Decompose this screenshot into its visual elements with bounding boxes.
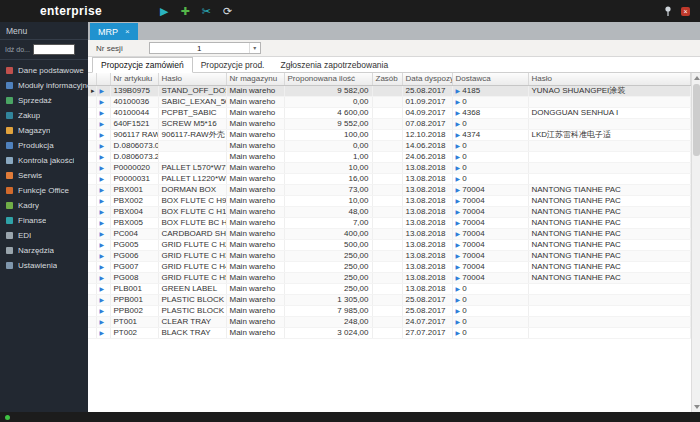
table-row[interactable]: ▶PBX002BOX FLUTE C H90*L372*WMain wareho… [88, 195, 690, 206]
supplier-link-icon[interactable]: ▶ [456, 154, 461, 160]
supplier-link-icon[interactable]: ▶ [456, 264, 461, 270]
sidebar-item-kadry[interactable]: Kadry [0, 198, 88, 213]
run-icon[interactable]: ▶ [160, 6, 168, 17]
expand-icon[interactable]: ▶ [100, 99, 105, 105]
supplier-link-icon[interactable]: ▶ [456, 253, 461, 259]
supplier-link-icon[interactable]: ▶ [456, 110, 461, 116]
table-row[interactable]: ▸▶139B0975STAND_OFF_DOSAGEMain wareho9 5… [88, 85, 690, 96]
expand-icon[interactable]: ▶ [100, 176, 105, 182]
table-row[interactable]: ▶PPB002PLASTIC BLOCK 2Main wareho7 985,0… [88, 305, 690, 316]
expand-icon[interactable]: ▶ [100, 319, 105, 325]
sidebar-item-moduly-informacyjne[interactable]: Moduły informacyjne [0, 78, 88, 93]
table-row[interactable]: ▶PT002BLACK TRAYMain wareho3 024,0027.07… [88, 327, 690, 338]
sidebar-item-narzedzia[interactable]: Narzędzia [0, 243, 88, 258]
column-header-6[interactable]: Zasób [372, 73, 402, 85]
table-row[interactable]: ▶PBX004BOX FLUTE C H190*L372*WMain wareh… [88, 206, 690, 217]
cut-icon[interactable]: ✂ [202, 6, 211, 17]
supplier-link-icon[interactable]: ▶ [456, 132, 461, 138]
sidebar-item-funkcje-office[interactable]: Funkcje Office [0, 183, 88, 198]
table-row[interactable]: ▶PPB001PLASTIC BLOCK 1Main wareho1 305,0… [88, 294, 690, 305]
column-header-9[interactable]: Hasło [528, 73, 690, 85]
column-header-5[interactable]: Proponowana ilość [284, 73, 372, 85]
sidebar-item-edi[interactable]: EDI [0, 228, 88, 243]
table-row[interactable]: ▶40100036SABIC_LEXAN_500R GY6E4Main ware… [88, 96, 690, 107]
table-row[interactable]: ▶PG007GRID FLUTE C H490*L780Main wareho2… [88, 261, 690, 272]
expand-icon[interactable]: ▶ [100, 242, 105, 248]
expand-icon[interactable]: ▶ [100, 264, 105, 270]
supplier-link-icon[interactable]: ▶ [456, 242, 461, 248]
expand-icon[interactable]: ▶ [100, 253, 105, 259]
tab-close-icon[interactable]: × [125, 27, 130, 36]
close-icon[interactable]: × [681, 7, 690, 16]
table-row[interactable]: ▶PT001CLEAR TRAYMain wareho248,0024.07.2… [88, 316, 690, 327]
supplier-link-icon[interactable]: ▶ [456, 143, 461, 149]
scrollbar-thumb[interactable] [693, 84, 700, 156]
expand-icon[interactable]: ▶ [100, 143, 105, 149]
tab-mrp[interactable]: MRP × [90, 23, 138, 40]
sidebar-item-produkcja[interactable]: Produkcja [0, 138, 88, 153]
table-row[interactable]: ▶906117 RAW906117-RAW外壳Main wareho100,00… [88, 129, 690, 140]
expand-icon[interactable]: ▶ [100, 330, 105, 336]
expand-icon[interactable]: ▶ [100, 209, 105, 215]
sidebar-item-zakup[interactable]: Zakup [0, 108, 88, 123]
scroll-down-icon[interactable] [692, 402, 700, 412]
sidebar-item-sprzedaz[interactable]: Sprzedaż [0, 93, 88, 108]
supplier-link-icon[interactable]: ▶ [456, 99, 461, 105]
scroll-up-icon[interactable] [692, 73, 700, 83]
expand-icon[interactable]: ▶ [100, 231, 105, 237]
expand-icon[interactable]: ▶ [100, 88, 105, 94]
column-header-3[interactable]: Hasło [158, 73, 226, 85]
column-header-0[interactable] [88, 73, 96, 85]
supplier-link-icon[interactable]: ▶ [456, 297, 461, 303]
table-row[interactable]: ▶PG006GRID FLUTE C H390*L780Main wareho2… [88, 250, 690, 261]
table-row[interactable]: ▶P0000031PALLET L1220*W1070*H154Main war… [88, 173, 690, 184]
expand-icon[interactable]: ▶ [100, 110, 105, 116]
table-row[interactable]: ▶PBX001DORMAN BOXMain wareho73,0013.08.2… [88, 184, 690, 195]
expand-icon[interactable]: ▶ [100, 286, 105, 292]
supplier-link-icon[interactable]: ▶ [456, 275, 461, 281]
expand-icon[interactable]: ▶ [100, 154, 105, 160]
supplier-link-icon[interactable]: ▶ [456, 198, 461, 204]
table-row[interactable]: ▶PBX005BOX FLUTE BC H620*L500*Main wareh… [88, 217, 690, 228]
supplier-link-icon[interactable]: ▶ [456, 121, 461, 127]
supplier-link-icon[interactable]: ▶ [456, 231, 461, 237]
table-row[interactable]: ▶640F1521SCREW M5*16Main wareho9 552,000… [88, 118, 690, 129]
refresh-icon[interactable]: ⟳ [223, 6, 232, 17]
expand-icon[interactable]: ▶ [100, 187, 105, 193]
sidebar-item-kontrola-jakosci[interactable]: Kontrola jakości [0, 153, 88, 168]
sidebar-item-finanse[interactable]: Finanse [0, 213, 88, 228]
expand-icon[interactable]: ▶ [100, 220, 105, 226]
supplier-link-icon[interactable]: ▶ [456, 209, 461, 215]
expand-icon[interactable]: ▶ [100, 121, 105, 127]
expand-icon[interactable]: ▶ [100, 275, 105, 281]
table-row[interactable]: ▶D.0806073.064.09Main wareho0,0014.06.20… [88, 140, 690, 151]
supplier-link-icon[interactable]: ▶ [456, 286, 461, 292]
goto-input[interactable] [33, 44, 75, 55]
column-header-4[interactable]: Nr magazynu [226, 73, 284, 85]
column-header-2[interactable]: Nr artykułu [110, 73, 158, 85]
add-icon[interactable]: ✚ [181, 6, 190, 17]
supplier-link-icon[interactable]: ▶ [456, 319, 461, 325]
supplier-link-icon[interactable]: ▶ [456, 165, 461, 171]
sidebar-item-magazyn[interactable]: Magazyn [0, 123, 88, 138]
expand-icon[interactable]: ▶ [100, 297, 105, 303]
table-row[interactable]: ▶40100044PCPBT_SABICMain wareho4 600,000… [88, 107, 690, 118]
table-row[interactable]: ▶PLB001GREEN LABELMain wareho250,0013.08… [88, 283, 690, 294]
subtab-1[interactable]: Propozycje zamówień [92, 57, 193, 73]
subtab-3[interactable]: Zgłoszenia zapotrzebowania [272, 58, 396, 72]
column-header-7[interactable]: Data dyspozycji [402, 73, 452, 85]
expand-icon[interactable]: ▶ [100, 132, 105, 138]
supplier-link-icon[interactable]: ▶ [456, 176, 461, 182]
column-header-1[interactable] [96, 73, 110, 85]
sidebar-item-ustawienia[interactable]: Ustawienia [0, 258, 88, 273]
table-row[interactable]: ▶PG005GRID FLUTE C H290*L780Main wareho5… [88, 239, 690, 250]
supplier-link-icon[interactable]: ▶ [456, 88, 461, 94]
expand-icon[interactable]: ▶ [100, 198, 105, 204]
session-select[interactable]: 1 ▾ [149, 42, 261, 54]
table-row[interactable]: ▶PC004CARDBOARD SHEET FLUTEMain wareho40… [88, 228, 690, 239]
sidebar-item-dane-podstawowe[interactable]: Dane podstawowe [0, 63, 88, 78]
supplier-link-icon[interactable]: ▶ [456, 330, 461, 336]
pin-icon[interactable] [664, 6, 672, 17]
table-row[interactable]: ▶P0000020PALLET L570*W790*H114Main wareh… [88, 162, 690, 173]
table-row[interactable]: ▶D.0806073.222.03Main wareho1,0024.06.20… [88, 151, 690, 162]
